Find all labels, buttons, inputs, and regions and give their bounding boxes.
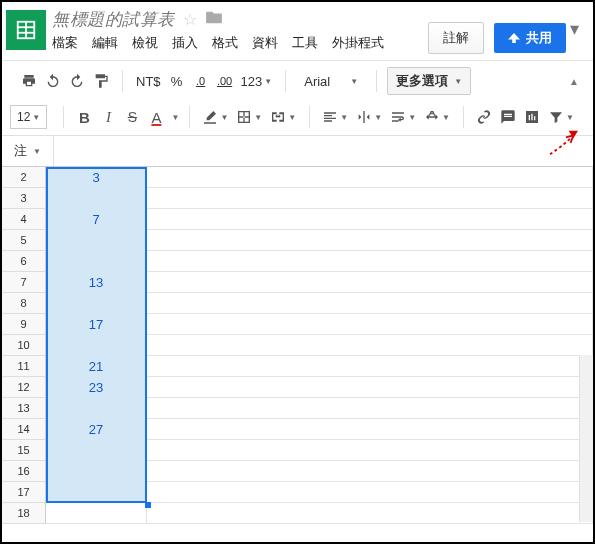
format-currency-button[interactable]: NT$ <box>133 69 164 93</box>
bold-button[interactable]: B <box>73 105 95 129</box>
cell[interactable] <box>147 230 593 251</box>
text-color-button[interactable]: A <box>145 105 167 129</box>
document-title[interactable]: 無標題的試算表 <box>52 8 175 31</box>
text-rotation-icon[interactable]: ▼ <box>421 105 453 129</box>
paint-format-icon[interactable] <box>90 69 112 93</box>
row-header[interactable]: 11 <box>2 356 46 377</box>
menu-data[interactable]: 資料 <box>252 34 278 52</box>
undo-icon[interactable] <box>42 69 64 93</box>
horizontal-align-icon[interactable]: ▼ <box>319 105 351 129</box>
cell[interactable] <box>147 251 593 272</box>
strikethrough-button[interactable]: S <box>121 105 143 129</box>
row-header[interactable]: 15 <box>2 440 46 461</box>
cell[interactable] <box>147 398 593 419</box>
redo-icon[interactable] <box>66 69 88 93</box>
filter-icon[interactable]: ▼ <box>545 105 577 129</box>
row-header[interactable]: 16 <box>2 461 46 482</box>
folder-icon[interactable] <box>205 10 223 28</box>
row-header[interactable]: 9 <box>2 314 46 335</box>
cell[interactable] <box>147 440 593 461</box>
cell[interactable] <box>147 461 593 482</box>
cell[interactable] <box>46 398 147 419</box>
cell[interactable] <box>147 188 593 209</box>
cell[interactable]: 3 <box>46 167 147 188</box>
cell[interactable] <box>147 503 593 524</box>
menu-file[interactable]: 檔案 <box>52 34 78 52</box>
chevron-down-icon: ▼ <box>374 113 382 122</box>
cell[interactable] <box>46 293 147 314</box>
cell[interactable] <box>147 272 593 293</box>
share-button[interactable]: 共用 <box>494 23 566 53</box>
menu-edit[interactable]: 編輯 <box>92 34 118 52</box>
cell[interactable] <box>147 419 593 440</box>
row-header[interactable]: 7 <box>2 272 46 293</box>
increase-decimal-button[interactable]: .00 <box>214 69 236 93</box>
cell[interactable]: 17 <box>46 314 147 335</box>
menu-view[interactable]: 檢視 <box>132 34 158 52</box>
cell[interactable]: 13 <box>46 272 147 293</box>
font-size-input[interactable]: 12 ▼ <box>10 105 47 129</box>
row-header[interactable]: 8 <box>2 293 46 314</box>
cell[interactable] <box>147 335 593 356</box>
merge-cells-icon[interactable]: ▼ <box>267 105 299 129</box>
cell[interactable] <box>46 188 147 209</box>
chevron-down-icon[interactable]: ▼ <box>171 113 179 122</box>
row-header[interactable]: 18 <box>2 503 46 524</box>
name-box[interactable]: 注 ▼ <box>2 136 54 166</box>
cell[interactable]: 23 <box>46 377 147 398</box>
cell[interactable] <box>147 356 593 377</box>
cell[interactable] <box>46 482 147 503</box>
star-icon[interactable]: ☆ <box>183 10 197 29</box>
cell[interactable] <box>147 293 593 314</box>
decrease-decimal-button[interactable]: .0 <box>190 69 212 93</box>
cell[interactable] <box>46 335 147 356</box>
cell[interactable] <box>147 167 593 188</box>
more-options-button[interactable]: 更多選項▼ <box>387 67 471 95</box>
number-format-button[interactable]: 123▼ <box>238 69 276 93</box>
insert-link-icon[interactable] <box>473 105 495 129</box>
cell[interactable]: 21 <box>46 356 147 377</box>
row-header[interactable]: 17 <box>2 482 46 503</box>
menu-addons[interactable]: 外掛程式 <box>332 34 384 52</box>
comments-button[interactable]: 註解 <box>428 22 484 54</box>
row-header[interactable]: 4 <box>2 209 46 230</box>
row-header[interactable]: 2 <box>2 167 46 188</box>
cell[interactable] <box>147 209 593 230</box>
row-header[interactable]: 5 <box>2 230 46 251</box>
cell[interactable] <box>147 377 593 398</box>
row-header[interactable]: 3 <box>2 188 46 209</box>
cell[interactable] <box>46 461 147 482</box>
cell[interactable] <box>46 251 147 272</box>
insert-comment-icon[interactable] <box>497 105 519 129</box>
cell[interactable]: 27 <box>46 419 147 440</box>
italic-button[interactable]: I <box>97 105 119 129</box>
format-percent-button[interactable]: % <box>166 69 188 93</box>
borders-icon[interactable]: ▼ <box>233 105 265 129</box>
menu-format[interactable]: 格式 <box>212 34 238 52</box>
cell[interactable] <box>46 230 147 251</box>
cell[interactable] <box>147 482 593 503</box>
fill-color-icon[interactable]: ▼ <box>199 105 231 129</box>
row-header[interactable]: 6 <box>2 251 46 272</box>
font-family-dropdown[interactable]: Arial▼ <box>296 69 366 93</box>
print-icon[interactable] <box>18 69 40 93</box>
cell[interactable]: 7 <box>46 209 147 230</box>
name-box-label: 注 <box>14 142 27 160</box>
insert-chart-icon[interactable] <box>521 105 543 129</box>
cell[interactable] <box>46 440 147 461</box>
sheets-app-icon[interactable] <box>6 10 46 50</box>
vertical-align-icon[interactable]: ▼ <box>353 105 385 129</box>
row-header[interactable]: 12 <box>2 377 46 398</box>
vertical-scrollbar[interactable] <box>579 355 593 522</box>
text-wrap-icon[interactable]: ▼ <box>387 105 419 129</box>
menu-insert[interactable]: 插入 <box>172 34 198 52</box>
row-header[interactable]: 14 <box>2 419 46 440</box>
menu-tools[interactable]: 工具 <box>292 34 318 52</box>
row-header[interactable]: 10 <box>2 335 46 356</box>
row-header[interactable]: 13 <box>2 398 46 419</box>
sheet-cells[interactable]: 371317212327 <box>46 167 593 524</box>
toolbar-overflow-up-icon[interactable]: ▲ <box>563 69 585 93</box>
cell[interactable] <box>46 503 147 524</box>
overflow-menu-icon[interactable]: ▾ <box>566 8 585 40</box>
cell[interactable] <box>147 314 593 335</box>
